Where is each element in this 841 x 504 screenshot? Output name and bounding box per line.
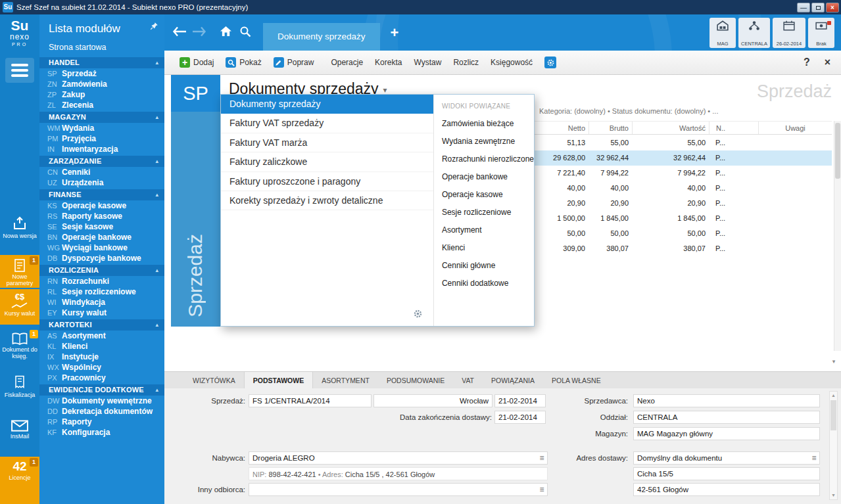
sidebar-module-item[interactable]: SE Sesje kasowe <box>39 221 164 232</box>
sidebar-module-item[interactable]: IN Inwentaryzacja <box>39 144 164 154</box>
dropdown-menu-item[interactable]: Faktury VAT marża <box>221 133 433 152</box>
sidebar-module-item[interactable]: EY Kursy walut <box>39 308 164 318</box>
delivery-address-selector-icon[interactable]: ≡ <box>809 452 819 464</box>
delivery-street-field[interactable]: Cicha 15/5 <box>633 467 820 480</box>
dropdown-menu-item[interactable]: Dokumenty sprzedaży <box>221 95 433 114</box>
status-card-magazyn[interactable]: MAG <box>709 18 736 48</box>
dropdown-menu-item[interactable]: Faktury zaliczkowe <box>221 152 433 172</box>
module-section-header[interactable]: EWIDENCJE DODATKOWE ▴ <box>39 384 164 396</box>
scroll-up-icon[interactable]: ▲ <box>830 392 837 400</box>
sidebar-module-item[interactable]: ZN Zamówienia <box>39 79 164 89</box>
details-tab[interactable]: ASORTYMENT <box>313 372 378 388</box>
column-header-n[interactable]: N.. <box>709 122 758 134</box>
seller-field[interactable]: Nexo <box>633 394 820 407</box>
buyer-field[interactable]: Drogeria ALEGRO ≡ <box>249 451 548 465</box>
minimize-button[interactable]: — <box>797 3 810 12</box>
scroll-down-icon[interactable]: ▼ <box>830 492 837 499</box>
column-header-uwagi[interactable]: Uwagi <box>758 122 832 134</box>
related-view-item[interactable]: Cenniki dodatkowe <box>434 275 534 292</box>
tab-dokumenty-sprzedazy[interactable]: Dokumenty sprzedaży <box>263 23 380 51</box>
document-number-field[interactable]: FS 1/CENTRALA/2014 <box>249 394 372 407</box>
maximize-button[interactable] <box>811 3 825 12</box>
status-card-brak[interactable]: Brak <box>808 18 834 48</box>
sidebar-module-item[interactable]: RN Rozrachunki <box>39 276 164 286</box>
sidebar-module-item[interactable]: RP Raporty <box>39 417 164 427</box>
delivery-end-date-field[interactable]: 21-02-2014 <box>494 411 546 424</box>
back-button[interactable] <box>170 26 189 39</box>
sidebar-module-item[interactable]: KF Konfiguracja <box>39 427 164 438</box>
wystaw-button[interactable]: Wystaw <box>408 55 447 70</box>
sidebar-module-item[interactable]: DD Dekretacja dokumentów <box>39 406 164 417</box>
new-tab-button[interactable]: + <box>391 24 399 41</box>
details-scrollbar[interactable]: ▲ ▼ <box>829 391 838 500</box>
sidebar-module-item[interactable]: WM Wydania <box>39 123 164 133</box>
module-section-header[interactable]: HANDEL ▴ <box>39 57 164 68</box>
sidebar-module-item[interactable]: IX Instytucje <box>39 352 164 362</box>
close-view-button[interactable]: × <box>825 57 830 68</box>
details-tab[interactable]: VAT <box>453 372 483 388</box>
other-recipient-selector-icon[interactable]: ≡ <box>537 484 547 495</box>
buyer-selector-icon[interactable]: ≡ <box>537 452 547 464</box>
toolbar-settings-button[interactable] <box>539 53 562 72</box>
branch-field[interactable]: CENTRALA <box>633 411 820 424</box>
dodaj-button[interactable]: + Dodaj <box>174 54 220 71</box>
sidebar-module-item[interactable]: UZ Urządzenia <box>39 177 164 188</box>
close-button[interactable]: × <box>826 3 839 12</box>
details-tab[interactable]: POWIĄZANIA <box>483 372 543 388</box>
sidebar-module-item[interactable]: CN Cenniki <box>39 167 164 177</box>
other-recipient-field[interactable]: ≡ <box>249 483 548 496</box>
related-view-item[interactable]: Rozrachunki nierozliczone <box>434 150 534 168</box>
sidebar-module-item[interactable]: KS Operacje kasowe <box>39 200 164 211</box>
city-field[interactable]: Wrocław <box>373 394 493 407</box>
sidebar-module-item[interactable]: KL Klienci <box>39 341 164 352</box>
ksiegowosc-button[interactable]: Księgowość <box>485 55 539 70</box>
home-button[interactable] <box>216 26 235 39</box>
help-button[interactable]: ? <box>804 57 810 68</box>
status-card-date[interactable]: 26-02-2014 <box>773 18 805 48</box>
search-button[interactable] <box>235 26 255 40</box>
sidebar-module-item[interactable]: ZL Zlecenia <box>39 100 164 110</box>
delivery-address-field[interactable]: Domyślny dla dokumentu ≡ <box>633 451 820 465</box>
korekta-button[interactable]: Korekta <box>369 55 408 70</box>
module-section-header[interactable]: MAGAZYN ▴ <box>39 112 164 123</box>
status-card-oddzial[interactable]: CENTRALA <box>738 18 770 48</box>
module-section-header[interactable]: KARTOTEKI ▴ <box>39 319 164 331</box>
sidebar-module-item[interactable]: WI Windykacja <box>39 297 164 308</box>
sidebar-module-item[interactable]: RL Sesje rozliczeniowe <box>39 286 164 297</box>
pokaz-button[interactable]: Pokaż <box>220 54 267 71</box>
related-view-item[interactable]: Asortyment <box>434 221 534 239</box>
scroll-down-button[interactable]: ▾ <box>829 357 839 366</box>
module-section-header[interactable]: ROZLICZENIA ▴ <box>39 265 164 276</box>
sidebar-module-item[interactable]: BN Operacje bankowe <box>39 232 164 242</box>
dropdown-settings-gear-icon[interactable] <box>413 309 423 321</box>
delivery-city-field[interactable]: 42-561 Głogów <box>633 483 820 496</box>
details-scrollbar-thumb[interactable] <box>830 400 836 430</box>
sidebar-module-item[interactable]: PX Pracownicy <box>39 373 164 383</box>
rail-item-fiskalizacja[interactable]: Fiskalizacja <box>0 371 39 412</box>
pin-icon[interactable] <box>150 20 158 34</box>
operacje-button[interactable]: Operacje <box>325 55 369 70</box>
module-section-header[interactable]: ZARZĄDZANIE ▴ <box>39 156 164 167</box>
related-view-item[interactable]: Sesje rozliczeniowe <box>434 204 534 221</box>
sidebar-module-item[interactable]: RS Raporty kasowe <box>39 211 164 221</box>
dropdown-menu-item[interactable]: Faktury VAT sprzedaży <box>221 114 433 133</box>
rail-item-insmail[interactable]: InsMail <box>0 416 39 453</box>
rail-item-kursy-walut[interactable]: €$ Kursy walut <box>0 289 39 325</box>
module-section-header[interactable]: FINANSE ▴ <box>39 189 164 200</box>
sidebar-module-item[interactable]: DB Dyspozycje bankowe <box>39 253 164 263</box>
related-view-item[interactable]: Operacje kasowe <box>434 186 534 204</box>
details-tab[interactable]: WIZYTÓWKA <box>184 372 244 388</box>
issue-date-field[interactable]: 21-02-2014 <box>494 394 546 407</box>
vertical-scrollbar[interactable] <box>834 121 841 351</box>
forward-button[interactable] <box>189 26 209 39</box>
related-view-item[interactable]: Cenniki główne <box>434 257 534 275</box>
column-header-brutto[interactable]: Brutto <box>589 122 632 134</box>
dropdown-menu-item[interactable]: Korekty sprzedaży i zwroty detaliczne <box>221 191 433 210</box>
sidebar-module-item[interactable]: DW Dokumenty wewnętrzne <box>39 396 164 406</box>
sidebar-module-item[interactable]: AS Asortyment <box>39 331 164 341</box>
filter-summary[interactable]: Kategoria: (dowolny) • Status dokumentu:… <box>539 107 718 115</box>
popraw-button[interactable]: Popraw <box>268 54 320 71</box>
sidebar-module-item[interactable]: PM Przyjęcia <box>39 133 164 144</box>
rail-item-licencje[interactable]: 1 42 Licencje <box>0 457 39 504</box>
related-view-item[interactable]: Wydania zewnętrzne <box>434 133 534 150</box>
